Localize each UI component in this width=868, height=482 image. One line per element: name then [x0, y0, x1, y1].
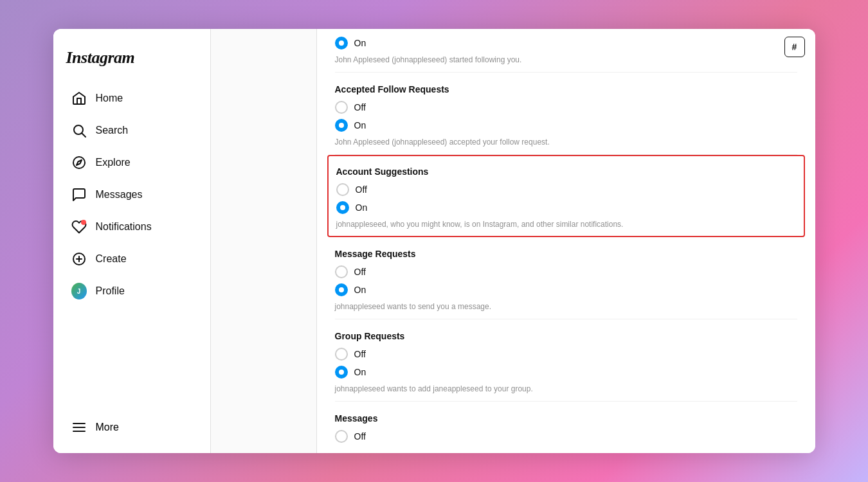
message-requests-off-option[interactable]: Off	[335, 265, 797, 278]
sidebar-item-notifications[interactable]: Notifications	[59, 211, 205, 242]
group-requests-on-label: On	[354, 367, 366, 377]
messages-title: Messages	[335, 413, 797, 424]
notifications-icon	[71, 219, 87, 235]
accepted-follow-off-option[interactable]: Off	[335, 101, 797, 114]
threads-icon[interactable]: #	[784, 37, 805, 57]
group-requests-title: Group Requests	[335, 331, 797, 341]
explore-label: Explore	[96, 157, 131, 168]
new-followers-section: On John Appleseed (johnappleseed) starte…	[335, 29, 797, 73]
message-requests-radio-group: Off On	[335, 265, 797, 296]
search-icon	[71, 123, 87, 138]
notification-settings-section: On John Appleseed (johnappleseed) starte…	[317, 29, 815, 453]
sidebar-item-search[interactable]: Search	[59, 115, 205, 146]
create-label: Create	[96, 253, 127, 265]
account-suggestions-desc: johnappleseed, who you might know, is on…	[336, 219, 796, 230]
sidebar-item-create[interactable]: Create	[59, 244, 205, 274]
accepted-follow-requests-section: Accepted Follow Requests Off On John App…	[335, 73, 797, 155]
svg-marker-3	[77, 160, 82, 165]
message-requests-on-label: On	[354, 285, 366, 295]
main-area: # On John Appleseed (johnappleseed) star…	[211, 29, 815, 453]
group-requests-on-option[interactable]: On	[335, 366, 797, 379]
new-followers-on-option[interactable]: On	[335, 37, 797, 49]
messages-label: Messages	[96, 189, 143, 201]
explore-icon	[71, 155, 87, 170]
messages-icon	[71, 187, 87, 202]
new-followers-radio-group: On	[335, 37, 797, 49]
group-requests-off-option[interactable]: Off	[335, 348, 797, 361]
new-followers-desc: John Appleseed (johnappleseed) started f…	[335, 55, 797, 66]
sidebar-item-profile[interactable]: J Profile	[59, 276, 205, 307]
messages-radio-group: Off	[335, 430, 797, 443]
account-suggestions-off-label: Off	[356, 184, 367, 195]
group-requests-off-label: Off	[354, 349, 366, 359]
search-label: Search	[96, 125, 129, 136]
new-followers-on-radio[interactable]	[335, 37, 348, 49]
create-icon	[71, 251, 87, 267]
account-suggestions-off-radio[interactable]	[336, 183, 349, 196]
settings-nav-panel	[211, 29, 317, 453]
messages-off-radio[interactable]	[335, 430, 348, 443]
svg-point-2	[73, 157, 85, 168]
account-suggestions-section: Account Suggestions Off On johnappleseed…	[327, 155, 805, 238]
new-followers-on-label: On	[354, 38, 366, 48]
message-requests-title: Message Requests	[335, 249, 797, 259]
message-requests-off-label: Off	[354, 267, 366, 277]
message-requests-section: Message Requests Off On johnappleseed wa…	[335, 237, 797, 319]
group-requests-desc: johnappleseed wants to add janeappleseed…	[335, 384, 797, 395]
accepted-follow-desc: John Appleseed (johnappleseed) accepted …	[335, 137, 797, 148]
sidebar-item-explore[interactable]: Explore	[59, 147, 205, 178]
home-icon	[71, 91, 87, 106]
profile-icon: J	[71, 283, 87, 299]
accepted-follow-radio-group: Off On	[335, 101, 797, 132]
profile-label: Profile	[96, 285, 125, 297]
account-suggestions-on-label: On	[356, 202, 368, 213]
instagram-logo: Instagram	[53, 42, 210, 83]
account-suggestions-radio-group: Off On	[336, 183, 796, 214]
accepted-follow-off-label: Off	[354, 102, 366, 112]
accepted-follow-on-option[interactable]: On	[335, 119, 797, 132]
message-requests-desc: johnappleseed wants to send you a messag…	[335, 301, 797, 312]
avatar: J	[71, 283, 87, 299]
accepted-follow-on-label: On	[354, 120, 366, 130]
account-suggestions-title: Account Suggestions	[336, 166, 796, 177]
sidebar-nav: Home Search	[53, 83, 210, 412]
home-label: Home	[96, 93, 123, 104]
more-icon	[71, 420, 87, 435]
messages-off-label: Off	[354, 431, 366, 442]
message-requests-off-radio[interactable]	[335, 265, 348, 278]
content-panel: # On John Appleseed (johnappleseed) star…	[317, 29, 815, 453]
accepted-follow-requests-title: Accepted Follow Requests	[335, 84, 797, 94]
group-requests-off-radio[interactable]	[335, 348, 348, 361]
messages-off-option[interactable]: Off	[335, 430, 797, 443]
accepted-follow-on-radio[interactable]	[335, 119, 348, 132]
group-requests-on-radio[interactable]	[335, 366, 348, 379]
sidebar-item-messages[interactable]: Messages	[59, 179, 205, 210]
notification-badge	[81, 220, 86, 225]
group-requests-section: Group Requests Off On johnappleseed want…	[335, 319, 797, 402]
svg-line-1	[82, 134, 86, 138]
sidebar-item-more[interactable]: More	[59, 412, 205, 443]
group-requests-radio-group: Off On	[335, 348, 797, 379]
account-suggestions-on-option[interactable]: On	[336, 201, 796, 214]
hash-label: #	[792, 42, 797, 52]
accepted-follow-off-radio[interactable]	[335, 101, 348, 114]
account-suggestions-off-option[interactable]: Off	[336, 183, 796, 196]
messages-section: Messages Off	[335, 402, 797, 453]
notifications-label: Notifications	[96, 221, 152, 233]
message-requests-on-option[interactable]: On	[335, 283, 797, 296]
more-label: More	[96, 422, 119, 433]
sidebar: Instagram Home	[53, 29, 211, 453]
app-window: Instagram Home	[53, 29, 815, 453]
sidebar-item-home[interactable]: Home	[59, 83, 205, 114]
message-requests-on-radio[interactable]	[335, 283, 348, 296]
account-suggestions-on-radio[interactable]	[336, 201, 349, 214]
